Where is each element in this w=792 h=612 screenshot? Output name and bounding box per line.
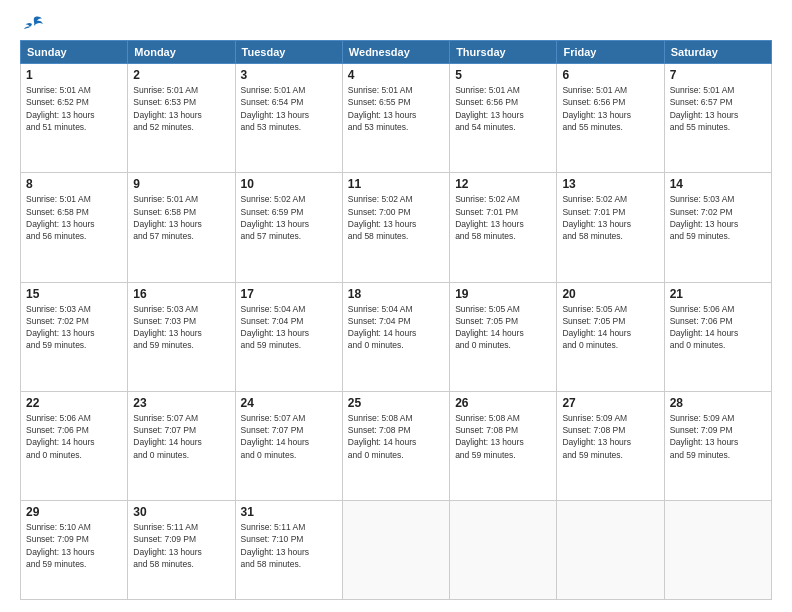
calendar-cell: 29Sunrise: 5:10 AM Sunset: 7:09 PM Dayli… bbox=[21, 501, 128, 600]
day-number: 7 bbox=[670, 68, 766, 82]
day-number: 6 bbox=[562, 68, 658, 82]
day-detail: Sunrise: 5:05 AM Sunset: 7:05 PM Dayligh… bbox=[562, 303, 658, 352]
day-number: 19 bbox=[455, 287, 551, 301]
day-number: 29 bbox=[26, 505, 122, 519]
day-number: 5 bbox=[455, 68, 551, 82]
calendar-cell: 24Sunrise: 5:07 AM Sunset: 7:07 PM Dayli… bbox=[235, 391, 342, 500]
day-number: 31 bbox=[241, 505, 337, 519]
day-detail: Sunrise: 5:01 AM Sunset: 6:56 PM Dayligh… bbox=[562, 84, 658, 133]
day-number: 18 bbox=[348, 287, 444, 301]
calendar-header-row: SundayMondayTuesdayWednesdayThursdayFrid… bbox=[21, 41, 772, 64]
calendar-cell: 9Sunrise: 5:01 AM Sunset: 6:58 PM Daylig… bbox=[128, 173, 235, 282]
calendar-cell: 20Sunrise: 5:05 AM Sunset: 7:05 PM Dayli… bbox=[557, 282, 664, 391]
day-number: 25 bbox=[348, 396, 444, 410]
calendar-cell: 10Sunrise: 5:02 AM Sunset: 6:59 PM Dayli… bbox=[235, 173, 342, 282]
page: SundayMondayTuesdayWednesdayThursdayFrid… bbox=[0, 0, 792, 612]
calendar-cell: 28Sunrise: 5:09 AM Sunset: 7:09 PM Dayli… bbox=[664, 391, 771, 500]
day-detail: Sunrise: 5:04 AM Sunset: 7:04 PM Dayligh… bbox=[241, 303, 337, 352]
day-detail: Sunrise: 5:06 AM Sunset: 7:06 PM Dayligh… bbox=[670, 303, 766, 352]
calendar-cell bbox=[557, 501, 664, 600]
calendar-cell: 7Sunrise: 5:01 AM Sunset: 6:57 PM Daylig… bbox=[664, 64, 771, 173]
calendar-cell: 30Sunrise: 5:11 AM Sunset: 7:09 PM Dayli… bbox=[128, 501, 235, 600]
calendar-cell: 13Sunrise: 5:02 AM Sunset: 7:01 PM Dayli… bbox=[557, 173, 664, 282]
day-detail: Sunrise: 5:03 AM Sunset: 7:03 PM Dayligh… bbox=[133, 303, 229, 352]
day-number: 22 bbox=[26, 396, 122, 410]
calendar-week-3: 15Sunrise: 5:03 AM Sunset: 7:02 PM Dayli… bbox=[21, 282, 772, 391]
day-number: 17 bbox=[241, 287, 337, 301]
day-number: 9 bbox=[133, 177, 229, 191]
calendar-cell: 14Sunrise: 5:03 AM Sunset: 7:02 PM Dayli… bbox=[664, 173, 771, 282]
weekday-header-thursday: Thursday bbox=[450, 41, 557, 64]
day-number: 20 bbox=[562, 287, 658, 301]
calendar-cell: 3Sunrise: 5:01 AM Sunset: 6:54 PM Daylig… bbox=[235, 64, 342, 173]
day-detail: Sunrise: 5:04 AM Sunset: 7:04 PM Dayligh… bbox=[348, 303, 444, 352]
weekday-header-sunday: Sunday bbox=[21, 41, 128, 64]
calendar-cell: 27Sunrise: 5:09 AM Sunset: 7:08 PM Dayli… bbox=[557, 391, 664, 500]
day-number: 14 bbox=[670, 177, 766, 191]
calendar-cell: 23Sunrise: 5:07 AM Sunset: 7:07 PM Dayli… bbox=[128, 391, 235, 500]
day-detail: Sunrise: 5:07 AM Sunset: 7:07 PM Dayligh… bbox=[133, 412, 229, 461]
day-detail: Sunrise: 5:01 AM Sunset: 6:58 PM Dayligh… bbox=[26, 193, 122, 242]
day-number: 8 bbox=[26, 177, 122, 191]
day-number: 2 bbox=[133, 68, 229, 82]
weekday-header-monday: Monday bbox=[128, 41, 235, 64]
calendar-body: 1Sunrise: 5:01 AM Sunset: 6:52 PM Daylig… bbox=[21, 64, 772, 600]
calendar-cell: 8Sunrise: 5:01 AM Sunset: 6:58 PM Daylig… bbox=[21, 173, 128, 282]
day-detail: Sunrise: 5:02 AM Sunset: 6:59 PM Dayligh… bbox=[241, 193, 337, 242]
calendar-cell: 22Sunrise: 5:06 AM Sunset: 7:06 PM Dayli… bbox=[21, 391, 128, 500]
weekday-header-friday: Friday bbox=[557, 41, 664, 64]
calendar-week-1: 1Sunrise: 5:01 AM Sunset: 6:52 PM Daylig… bbox=[21, 64, 772, 173]
day-number: 10 bbox=[241, 177, 337, 191]
day-number: 28 bbox=[670, 396, 766, 410]
day-number: 16 bbox=[133, 287, 229, 301]
calendar-cell: 5Sunrise: 5:01 AM Sunset: 6:56 PM Daylig… bbox=[450, 64, 557, 173]
calendar-cell: 15Sunrise: 5:03 AM Sunset: 7:02 PM Dayli… bbox=[21, 282, 128, 391]
calendar-cell bbox=[664, 501, 771, 600]
calendar-cell: 1Sunrise: 5:01 AM Sunset: 6:52 PM Daylig… bbox=[21, 64, 128, 173]
day-detail: Sunrise: 5:09 AM Sunset: 7:09 PM Dayligh… bbox=[670, 412, 766, 461]
day-detail: Sunrise: 5:01 AM Sunset: 6:56 PM Dayligh… bbox=[455, 84, 551, 133]
logo-bird-icon bbox=[22, 16, 44, 32]
calendar-week-2: 8Sunrise: 5:01 AM Sunset: 6:58 PM Daylig… bbox=[21, 173, 772, 282]
calendar-cell: 25Sunrise: 5:08 AM Sunset: 7:08 PM Dayli… bbox=[342, 391, 449, 500]
calendar-cell: 18Sunrise: 5:04 AM Sunset: 7:04 PM Dayli… bbox=[342, 282, 449, 391]
day-detail: Sunrise: 5:03 AM Sunset: 7:02 PM Dayligh… bbox=[26, 303, 122, 352]
calendar-cell: 26Sunrise: 5:08 AM Sunset: 7:08 PM Dayli… bbox=[450, 391, 557, 500]
calendar-cell: 2Sunrise: 5:01 AM Sunset: 6:53 PM Daylig… bbox=[128, 64, 235, 173]
calendar-table: SundayMondayTuesdayWednesdayThursdayFrid… bbox=[20, 40, 772, 600]
day-detail: Sunrise: 5:01 AM Sunset: 6:53 PM Dayligh… bbox=[133, 84, 229, 133]
calendar-cell: 17Sunrise: 5:04 AM Sunset: 7:04 PM Dayli… bbox=[235, 282, 342, 391]
weekday-header-saturday: Saturday bbox=[664, 41, 771, 64]
calendar-cell: 4Sunrise: 5:01 AM Sunset: 6:55 PM Daylig… bbox=[342, 64, 449, 173]
day-detail: Sunrise: 5:01 AM Sunset: 6:58 PM Dayligh… bbox=[133, 193, 229, 242]
calendar-cell: 21Sunrise: 5:06 AM Sunset: 7:06 PM Dayli… bbox=[664, 282, 771, 391]
day-number: 23 bbox=[133, 396, 229, 410]
day-detail: Sunrise: 5:08 AM Sunset: 7:08 PM Dayligh… bbox=[348, 412, 444, 461]
calendar-week-4: 22Sunrise: 5:06 AM Sunset: 7:06 PM Dayli… bbox=[21, 391, 772, 500]
day-number: 4 bbox=[348, 68, 444, 82]
calendar-cell: 12Sunrise: 5:02 AM Sunset: 7:01 PM Dayli… bbox=[450, 173, 557, 282]
calendar-cell bbox=[342, 501, 449, 600]
day-detail: Sunrise: 5:01 AM Sunset: 6:52 PM Dayligh… bbox=[26, 84, 122, 133]
day-number: 13 bbox=[562, 177, 658, 191]
day-detail: Sunrise: 5:02 AM Sunset: 7:00 PM Dayligh… bbox=[348, 193, 444, 242]
day-number: 12 bbox=[455, 177, 551, 191]
day-detail: Sunrise: 5:01 AM Sunset: 6:55 PM Dayligh… bbox=[348, 84, 444, 133]
day-number: 1 bbox=[26, 68, 122, 82]
calendar-cell: 19Sunrise: 5:05 AM Sunset: 7:05 PM Dayli… bbox=[450, 282, 557, 391]
logo bbox=[20, 16, 46, 32]
weekday-header-tuesday: Tuesday bbox=[235, 41, 342, 64]
day-detail: Sunrise: 5:01 AM Sunset: 6:57 PM Dayligh… bbox=[670, 84, 766, 133]
day-number: 24 bbox=[241, 396, 337, 410]
day-detail: Sunrise: 5:02 AM Sunset: 7:01 PM Dayligh… bbox=[455, 193, 551, 242]
day-number: 27 bbox=[562, 396, 658, 410]
calendar-week-5: 29Sunrise: 5:10 AM Sunset: 7:09 PM Dayli… bbox=[21, 501, 772, 600]
weekday-header-wednesday: Wednesday bbox=[342, 41, 449, 64]
day-detail: Sunrise: 5:02 AM Sunset: 7:01 PM Dayligh… bbox=[562, 193, 658, 242]
day-detail: Sunrise: 5:11 AM Sunset: 7:10 PM Dayligh… bbox=[241, 521, 337, 570]
day-number: 11 bbox=[348, 177, 444, 191]
day-detail: Sunrise: 5:03 AM Sunset: 7:02 PM Dayligh… bbox=[670, 193, 766, 242]
day-number: 30 bbox=[133, 505, 229, 519]
day-detail: Sunrise: 5:11 AM Sunset: 7:09 PM Dayligh… bbox=[133, 521, 229, 570]
day-detail: Sunrise: 5:09 AM Sunset: 7:08 PM Dayligh… bbox=[562, 412, 658, 461]
